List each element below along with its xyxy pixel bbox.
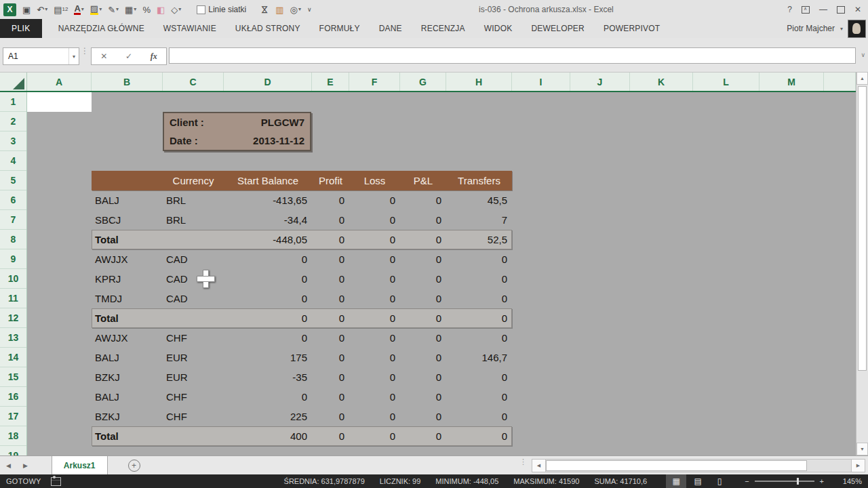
ribbon-tab-uk-ad-strony[interactable]: UKŁAD STRONY [226, 19, 310, 38]
cell-r13c1[interactable]: CHF [163, 328, 224, 348]
horizontal-scrollbar-thumb[interactable] [546, 460, 807, 471]
cell-r6c6[interactable]: 45,5 [446, 190, 512, 210]
cell-r7c2[interactable]: -34,4 [224, 210, 312, 230]
cell-r18c0[interactable]: Total [92, 426, 163, 446]
cell-r9c2[interactable]: 0 [224, 249, 312, 269]
cell-r10c0[interactable]: KPRJ [92, 269, 163, 289]
fill-color-icon[interactable]: ▨▾ [90, 4, 102, 15]
ribbon-tab-deweloper[interactable]: DEWELOPER [521, 19, 593, 38]
cell-r14c4[interactable]: 0 [349, 348, 400, 367]
cell-r16c3[interactable]: 0 [312, 387, 349, 407]
table-row-6[interactable]: BALJBRL-413,6500045,5 [92, 190, 512, 210]
status-stat[interactable]: MINIMUM: -448,05 [435, 477, 498, 485]
table-row-18[interactable]: Total4000000 [92, 426, 512, 446]
ribbon-tab-wstawianie[interactable]: WSTAWIANIE [154, 19, 226, 38]
cell-r11c3[interactable]: 0 [312, 289, 349, 308]
cell-r17c2[interactable]: 225 [224, 407, 312, 426]
fill-color-dropdown-icon[interactable]: ▾ [99, 7, 102, 12]
cell-r11c2[interactable]: 0 [224, 289, 312, 308]
cell-r7c3[interactable]: 0 [312, 210, 349, 230]
gridlines-toggle[interactable]: Linie siatki [197, 5, 246, 14]
column-header-E[interactable]: E [312, 73, 349, 91]
cell-r13c5[interactable]: 0 [400, 328, 446, 348]
cell-r8c1[interactable] [163, 230, 224, 249]
cell-r12c0[interactable]: Total [92, 308, 163, 328]
cell-r11c0[interactable]: TMDJ [92, 289, 163, 308]
table-header-currency[interactable]: Currency [163, 171, 224, 190]
status-stat[interactable]: SUMA: 41710,6 [594, 477, 647, 485]
row-header-12[interactable]: 12 [0, 308, 26, 328]
cell-r17c0[interactable]: BZKJ [92, 407, 163, 426]
smartart-dropdown-icon[interactable]: ▾ [298, 7, 301, 12]
cell-r16c5[interactable]: 0 [400, 387, 446, 407]
cell-r13c2[interactable]: 0 [224, 328, 312, 348]
cell-r9c0[interactable]: AWJJX [92, 249, 163, 269]
normal-view-icon[interactable]: ▦ [666, 474, 686, 488]
cell-r16c1[interactable]: CHF [163, 387, 224, 407]
table-header-loss[interactable]: Loss [349, 171, 400, 190]
prev-sheet-icon[interactable]: ◀ [0, 462, 17, 469]
row-header-11[interactable]: 11 [0, 289, 26, 308]
cell-r7c5[interactable]: 0 [400, 210, 446, 230]
row-header-2[interactable]: 2 [0, 112, 26, 131]
row-header-4[interactable]: 4 [0, 151, 26, 171]
row-header-15[interactable]: 15 [0, 367, 26, 387]
formula-bar-expand-icon[interactable]: ∨ [861, 52, 865, 58]
cell-r17c6[interactable]: 0 [446, 407, 512, 426]
cell-r12c1[interactable] [163, 308, 224, 328]
cell-r6c0[interactable]: BALJ [92, 190, 163, 210]
table-row-16[interactable]: BALJCHF00000 [92, 387, 512, 407]
table-row-14[interactable]: BALJEUR175000146,7 [92, 348, 512, 367]
avatar[interactable] [848, 20, 866, 38]
cell-r9c1[interactable]: CAD [163, 249, 224, 269]
table-header-p-l[interactable]: P&L [400, 171, 446, 190]
row-header-7[interactable]: 7 [0, 210, 26, 230]
cell-r13c3[interactable]: 0 [312, 328, 349, 348]
cell-r9c5[interactable]: 0 [400, 249, 446, 269]
cell-r6c2[interactable]: -413,65 [224, 190, 312, 210]
cell-r9c4[interactable]: 0 [349, 249, 400, 269]
column-header-D[interactable]: D [224, 73, 312, 91]
cell-r18c4[interactable]: 0 [349, 426, 400, 446]
row-header-6[interactable]: 6 [0, 190, 26, 210]
scroll-down-icon[interactable]: ▼ [856, 443, 868, 455]
page-layout-view-icon[interactable]: ▤ [688, 474, 708, 488]
save-icon[interactable]: ▣ [22, 5, 31, 14]
cell-r12c5[interactable]: 0 [400, 308, 446, 328]
cell-r13c6[interactable]: 0 [446, 328, 512, 348]
cell-r10c6[interactable]: 0 [446, 269, 512, 289]
smartart-icon[interactable]: ◎▾ [290, 5, 301, 14]
row-header-9[interactable]: 9 [0, 249, 26, 269]
cell-r17c5[interactable]: 0 [400, 407, 446, 426]
horizontal-scrollbar[interactable]: ◀ ▶ [532, 459, 865, 472]
scroll-left-icon[interactable]: ◀ [532, 460, 546, 472]
cell-r12c2[interactable]: 0 [224, 308, 312, 328]
cell-r11c1[interactable]: CAD [163, 289, 224, 308]
cell-r6c4[interactable]: 0 [349, 190, 400, 210]
column-header-G[interactable]: G [400, 73, 446, 91]
restore-icon[interactable] [837, 6, 845, 14]
font-color-dropdown-icon[interactable]: ▾ [81, 7, 84, 12]
cell-r17c4[interactable]: 0 [349, 407, 400, 426]
cell-r14c1[interactable]: EUR [163, 348, 224, 367]
table-header-profit[interactable]: Profit [312, 171, 349, 190]
sheet-tab-arkusz1[interactable]: Arkusz1 [52, 456, 108, 474]
scroll-right-icon[interactable]: ▶ [851, 460, 865, 472]
select-all-button[interactable] [0, 73, 27, 91]
cell-r14c2[interactable]: 175 [224, 348, 312, 367]
pen-icon[interactable]: ✎▾ [108, 5, 119, 14]
table-row-10[interactable]: KPRJCAD00000 [92, 269, 512, 289]
row-header-17[interactable]: 17 [0, 407, 26, 426]
tabbar-separator[interactable]: ⋮ [519, 460, 524, 464]
user-area[interactable]: Piotr Majcher ▾ [787, 19, 868, 38]
row-header-19[interactable]: 19 [0, 446, 26, 455]
column-header-H[interactable]: H [446, 73, 512, 91]
table-row-8[interactable]: Total-448,0500052,5 [92, 230, 512, 249]
cell-r8c6[interactable]: 52,5 [446, 230, 512, 249]
row-header-3[interactable]: 3 [0, 131, 26, 151]
page-break-view-icon[interactable]: ▯ [709, 474, 730, 488]
format-table-icon[interactable]: ▦▾ [125, 5, 136, 14]
cell-r15c1[interactable]: EUR [163, 367, 224, 387]
ribbon-tab-powerpivot[interactable]: POWERPIVOT [594, 19, 669, 38]
cell-r13c4[interactable]: 0 [349, 328, 400, 348]
